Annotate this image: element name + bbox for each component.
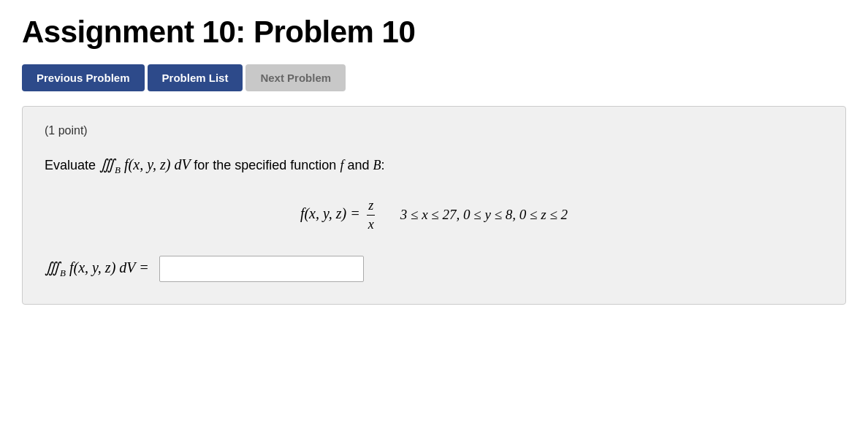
fraction-denominator: x (367, 216, 376, 232)
nav-buttons: Previous Problem Problem List Next Probl… (22, 64, 846, 91)
problem-description: Evaluate ∭B f(x, y, z) dV for the specif… (45, 153, 823, 178)
answer-integral-label: ∭B f(x, y, z) dV = (45, 259, 149, 279)
integral-symbol-main: ∭B f(x, y, z) dV (99, 156, 194, 172)
fraction-numerator: z (367, 198, 375, 216)
fraction-z-over-x: z x (367, 198, 376, 232)
answer-input[interactable] (159, 256, 364, 282)
function-B-ref: B (373, 158, 381, 172)
next-problem-button[interactable]: Next Problem (245, 64, 346, 91)
points-label: (1 point) (45, 124, 823, 137)
formula-display: f(x, y, z) = z x 3 ≤ x ≤ 27, 0 ≤ y ≤ 8, … (45, 198, 823, 232)
previous-problem-button[interactable]: Previous Problem (22, 64, 145, 91)
answer-row: ∭B f(x, y, z) dV = (45, 256, 823, 282)
formula-definition: f(x, y, z) = z x (300, 198, 378, 232)
page-title: Assignment 10: Problem 10 (22, 15, 846, 50)
problem-box: (1 point) Evaluate ∭B f(x, y, z) dV for … (22, 106, 846, 305)
function-f-ref: f (340, 158, 343, 172)
problem-list-button[interactable]: Problem List (148, 64, 243, 91)
domain-constraints: 3 ≤ x ≤ 27, 0 ≤ y ≤ 8, 0 ≤ z ≤ 2 (400, 207, 568, 223)
